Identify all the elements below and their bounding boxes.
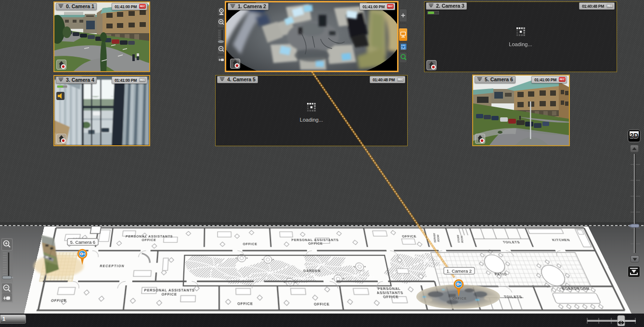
svg-text:OFFICE: OFFICE: [401, 235, 417, 238]
svg-text:OFFICE: OFFICE: [383, 295, 399, 299]
svg-text:GARDEN: GARDEN: [303, 269, 321, 273]
svg-text:OFFICE: OFFICE: [314, 302, 330, 306]
svg-text:OFFICE: OFFICE: [72, 238, 87, 241]
svg-text:PERSONAL ASSISTANTS: PERSONAL ASSISTANTS: [144, 289, 195, 292]
svg-text:PATIO: PATIO: [494, 273, 508, 276]
svg-text:OFFICE: OFFICE: [161, 292, 177, 296]
svg-text:TOILETS: TOILETS: [502, 240, 520, 244]
svg-text:RECEPTION: RECEPTION: [100, 264, 125, 268]
svg-text:OFFICE: OFFICE: [243, 242, 258, 246]
svg-text:PERSONAL ASSISTANTS: PERSONAL ASSISTANTS: [291, 239, 339, 242]
svg-text:KITCHEN: KITCHEN: [552, 239, 570, 242]
svg-text:OFFICE: OFFICE: [142, 239, 156, 242]
svg-text:BOARDROOM: BOARDROOM: [561, 287, 591, 290]
svg-text:PERSONAL: PERSONAL: [377, 287, 401, 290]
svg-text:OFFICE: OFFICE: [51, 299, 67, 302]
svg-text:PERSONAL ASSISTANTS: PERSONAL ASSISTANTS: [126, 235, 173, 238]
svg-text:OFFICE: OFFICE: [308, 242, 323, 245]
svg-text:OFFICE: OFFICE: [237, 302, 253, 306]
svg-text:ASSISTANTS: ASSISTANTS: [376, 291, 404, 294]
svg-text:TOILETS: TOILETS: [503, 295, 523, 299]
